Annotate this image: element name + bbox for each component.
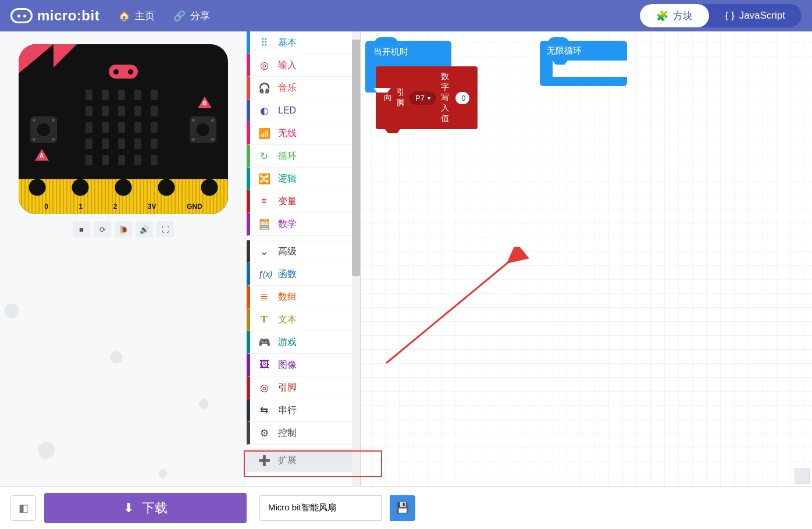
on-start-label: 当开机时 bbox=[373, 47, 408, 56]
simulator-panel: B A 0 1 2 3V GND bbox=[0, 31, 247, 486]
svg-line-0 bbox=[386, 253, 520, 363]
category-music[interactable]: 🎧音乐 bbox=[247, 77, 360, 100]
sim-restart-button[interactable]: ⟳ bbox=[94, 221, 111, 237]
sim-fullscreen-button[interactable]: ⛶ bbox=[156, 221, 174, 237]
vars-icon: ≡ bbox=[258, 196, 270, 207]
category-serial[interactable]: ⇆串行 bbox=[247, 399, 360, 422]
brand-logo[interactable]: micro:bit bbox=[10, 8, 99, 24]
pin-select-dropdown[interactable]: P7 bbox=[409, 91, 436, 105]
board-face-icon bbox=[109, 65, 138, 79]
forever-block[interactable]: 无限循环 bbox=[540, 41, 627, 86]
javascript-mode-button[interactable]: { } JavaScript bbox=[709, 4, 802, 27]
forever-label: 无限循环 bbox=[547, 45, 582, 55]
edge-connector[interactable]: 0 1 2 3V GND bbox=[19, 179, 228, 214]
toolbox: ⠿基本 ◎输入 🎧音乐 ◐LED 📶无线 ↻循环 🔀逻辑 ≡变量 🧮数学 ⌄高级… bbox=[247, 31, 361, 486]
text-icon: T bbox=[258, 314, 270, 325]
download-label: 下载 bbox=[142, 499, 168, 517]
app-header: micro:bit 🏠 主页 🔗 分享 🧩 方块 { } JavaScript bbox=[0, 0, 812, 31]
simulator-controls: ■ ⟳ 🐌 🔊 ⛶ bbox=[0, 221, 247, 237]
pin-gnd[interactable]: GND bbox=[187, 203, 202, 211]
workspace-resize-handle[interactable] bbox=[795, 468, 810, 484]
annotation-arrow-icon bbox=[369, 247, 532, 375]
js-icon: { } bbox=[725, 10, 735, 22]
serial-icon: ⇆ bbox=[258, 404, 270, 417]
category-functions[interactable]: ƒ(x)函数 bbox=[247, 263, 360, 286]
blocks-icon: 🧩 bbox=[656, 10, 668, 22]
home-label: 主页 bbox=[135, 9, 155, 23]
save-button[interactable]: 💾 bbox=[390, 495, 415, 521]
toolbox-scrollbar-track[interactable] bbox=[352, 31, 360, 486]
logic-icon: 🔀 bbox=[258, 173, 270, 185]
brand-text: micro:bit bbox=[37, 8, 99, 24]
home-link[interactable]: 🏠 主页 bbox=[118, 9, 155, 23]
category-basic[interactable]: ⠿基本 bbox=[247, 31, 360, 54]
category-arrays[interactable]: ≣数组 bbox=[247, 286, 360, 308]
button-b-triangle: B bbox=[198, 97, 212, 108]
board-decor bbox=[19, 44, 54, 73]
save-icon: 💾 bbox=[396, 502, 409, 514]
category-pins[interactable]: ◎引脚 bbox=[247, 377, 360, 399]
button-b[interactable] bbox=[190, 116, 216, 143]
share-label: 分享 bbox=[190, 9, 210, 23]
category-extensions[interactable]: ➕扩展 bbox=[247, 449, 360, 472]
func-icon: ƒ(x) bbox=[258, 269, 270, 279]
home-icon: 🏠 bbox=[118, 10, 130, 22]
share-link[interactable]: 🔗 分享 bbox=[173, 9, 210, 23]
add-icon: ➕ bbox=[258, 455, 270, 467]
pin-3v[interactable]: 3V bbox=[148, 203, 156, 211]
sim-slow-button[interactable]: 🐌 bbox=[115, 221, 132, 237]
pin-2[interactable]: 2 bbox=[113, 203, 117, 211]
pin-value-input[interactable]: 0 bbox=[455, 92, 469, 104]
category-led[interactable]: ◐LED bbox=[247, 100, 360, 122]
share-icon: 🔗 bbox=[173, 10, 186, 22]
array-icon: ≣ bbox=[258, 291, 270, 303]
on-start-block[interactable]: 当开机时 向 引脚 P7 数字写入值 0 bbox=[365, 41, 451, 93]
blocks-label: 方块 bbox=[673, 9, 693, 23]
basic-icon: ⠿ bbox=[258, 37, 270, 49]
category-radio[interactable]: 📶无线 bbox=[247, 122, 360, 145]
microbit-logo-icon bbox=[10, 8, 33, 23]
category-advanced[interactable]: ⌄高级 bbox=[247, 240, 360, 263]
blocks-workspace[interactable]: 当开机时 向 引脚 P7 数字写入值 0 无限循环 bbox=[361, 31, 812, 486]
radio-icon: 📶 bbox=[258, 127, 270, 140]
editor-mode-toggle: 🧩 方块 { } JavaScript bbox=[640, 4, 802, 27]
advanced-icon: ⌄ bbox=[258, 246, 270, 258]
category-game[interactable]: 🎮游戏 bbox=[247, 331, 360, 354]
sim-stop-button[interactable]: ■ bbox=[73, 221, 90, 237]
js-label: JavaScript bbox=[739, 10, 785, 22]
collapse-sim-button[interactable]: ◧ bbox=[10, 495, 36, 521]
category-text[interactable]: T文本 bbox=[247, 308, 360, 331]
toolbox-scrollbar-thumb[interactable] bbox=[352, 40, 360, 276]
category-variables[interactable]: ≡变量 bbox=[247, 190, 360, 213]
download-button[interactable]: ⬇ 下载 bbox=[44, 493, 247, 523]
pins-icon: ◎ bbox=[258, 382, 270, 394]
digital-write-pin-block[interactable]: 向 引脚 P7 数字写入值 0 bbox=[376, 66, 478, 129]
button-a[interactable] bbox=[30, 116, 57, 143]
category-logic[interactable]: 🔀逻辑 bbox=[247, 168, 360, 190]
sim-audio-button[interactable]: 🔊 bbox=[136, 221, 153, 237]
image-icon: 🖼 bbox=[258, 359, 270, 371]
pin-0[interactable]: 0 bbox=[44, 203, 48, 211]
button-a-triangle: A bbox=[35, 149, 49, 161]
category-images[interactable]: 🖼图像 bbox=[247, 354, 360, 377]
category-input[interactable]: ◎输入 bbox=[247, 54, 360, 77]
microbit-board[interactable]: B A 0 1 2 3V GND bbox=[19, 44, 228, 214]
main-area: B A 0 1 2 3V GND bbox=[0, 31, 812, 486]
category-math[interactable]: 🧮数学 bbox=[247, 213, 360, 236]
project-name-input[interactable] bbox=[259, 495, 382, 521]
music-icon: 🎧 bbox=[258, 82, 270, 94]
category-loops[interactable]: ↻循环 bbox=[247, 145, 360, 168]
math-icon: 🧮 bbox=[258, 218, 270, 230]
pin-1[interactable]: 1 bbox=[79, 203, 83, 211]
footer-bar: ◧ ⬇ 下载 💾 bbox=[0, 486, 812, 529]
category-control[interactable]: ⚙控制 bbox=[247, 422, 360, 445]
control-icon: ⚙ bbox=[258, 427, 270, 439]
led-matrix[interactable] bbox=[86, 90, 158, 165]
led-icon: ◐ bbox=[258, 105, 270, 117]
blocks-mode-button[interactable]: 🧩 方块 bbox=[640, 4, 709, 27]
download-icon: ⬇ bbox=[123, 500, 134, 516]
loops-icon: ↻ bbox=[258, 150, 270, 162]
game-icon: 🎮 bbox=[258, 336, 270, 349]
board-decor2 bbox=[54, 44, 77, 68]
input-icon: ◎ bbox=[258, 59, 270, 72]
